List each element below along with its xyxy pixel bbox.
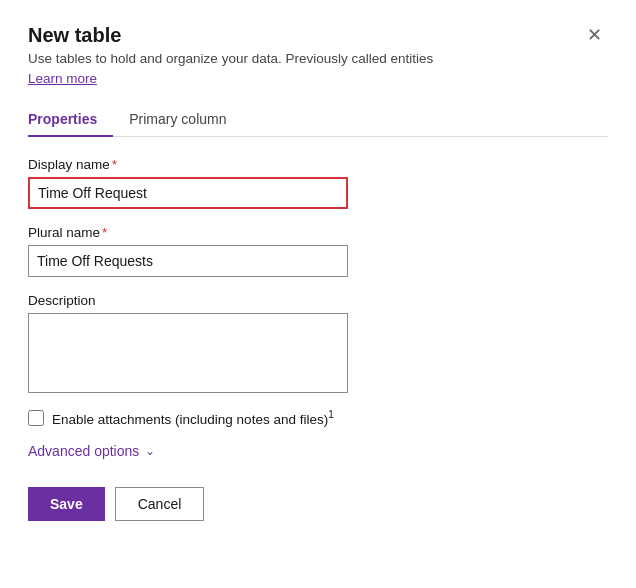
dialog-description: Use tables to hold and organize your dat…	[28, 51, 608, 66]
tab-primary-column[interactable]: Primary column	[129, 103, 242, 137]
attachments-label: Enable attachments (including notes and …	[52, 409, 334, 427]
save-button[interactable]: Save	[28, 487, 105, 521]
display-name-input[interactable]	[28, 177, 348, 209]
required-star-plural: *	[102, 225, 107, 240]
required-star: *	[112, 157, 117, 172]
close-button[interactable]: ✕	[581, 24, 608, 46]
attachments-checkbox-row: Enable attachments (including notes and …	[28, 409, 608, 427]
advanced-options-label: Advanced options	[28, 443, 139, 459]
superscript: 1	[328, 409, 334, 420]
cancel-button[interactable]: Cancel	[115, 487, 205, 521]
chevron-down-icon: ⌄	[145, 444, 155, 458]
footer-buttons: Save Cancel	[28, 487, 608, 521]
plural-name-input[interactable]	[28, 245, 348, 277]
description-textarea[interactable]	[28, 313, 348, 393]
plural-name-label: Plural name*	[28, 225, 608, 240]
description-group: Description	[28, 293, 608, 393]
tab-properties[interactable]: Properties	[28, 103, 113, 137]
description-label: Description	[28, 293, 608, 308]
attachments-checkbox[interactable]	[28, 410, 44, 426]
advanced-options-toggle[interactable]: Advanced options ⌄	[28, 443, 608, 459]
display-name-label: Display name*	[28, 157, 608, 172]
tab-bar: Properties Primary column	[28, 102, 608, 137]
dialog-title: New table	[28, 24, 121, 47]
new-table-dialog: New table ✕ Use tables to hold and organ…	[0, 0, 636, 588]
learn-more-link[interactable]: Learn more	[28, 71, 97, 86]
dialog-header: New table ✕	[28, 24, 608, 47]
plural-name-group: Plural name*	[28, 225, 608, 277]
display-name-group: Display name*	[28, 157, 608, 209]
